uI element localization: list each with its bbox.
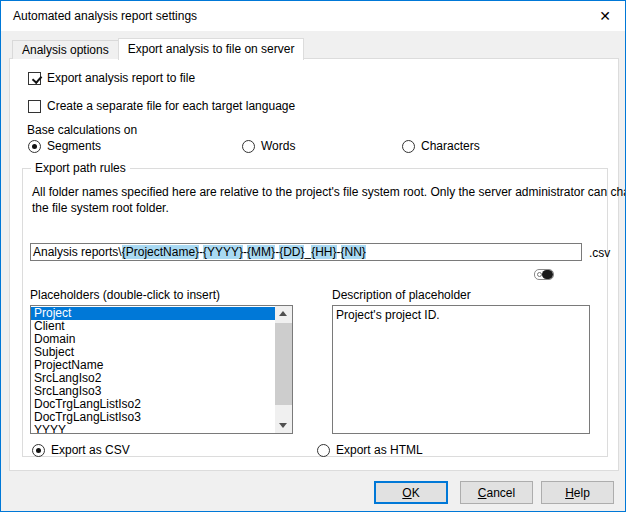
radio-characters-label: Characters (421, 139, 480, 153)
tab-strip: Analysis options Export analysis to file… (12, 37, 303, 59)
radio-characters[interactable] (402, 140, 415, 153)
export-report-checkbox-label: Export analysis report to file (47, 71, 195, 85)
separate-file-checkbox-row: Create a separate file for each target l… (28, 99, 295, 113)
tab-label: Analysis options (22, 43, 109, 57)
scroll-down-icon[interactable] (275, 417, 292, 433)
separate-file-checkbox[interactable] (28, 100, 41, 113)
list-item[interactable]: DocTrgLangListIso3 (31, 411, 275, 424)
help-button[interactable]: Help (541, 481, 614, 504)
toggle-knob (542, 270, 553, 279)
description-label: Description of placeholder (332, 288, 471, 302)
radio-export-html[interactable] (317, 444, 330, 457)
scroll-up-icon[interactable] (275, 306, 292, 322)
export-path-rules-label: Export path rules (31, 161, 130, 175)
path-text: - (337, 245, 341, 259)
cancel-button[interactable]: Cancel (460, 481, 533, 504)
radio-characters-row: Characters (402, 139, 480, 153)
tab-analysis-options[interactable]: Analysis options (12, 40, 119, 59)
radio-export-html-label: Export as HTML (336, 443, 423, 457)
placeholder-description-text: Project's project ID. (336, 308, 440, 322)
path-text: Analysis reports\ (33, 245, 122, 259)
tab-export-analysis[interactable]: Export analysis to file on server (118, 38, 305, 60)
dialog-title: Automated analysis report settings (13, 9, 197, 23)
path-placeholder-token: {HH} (311, 245, 336, 259)
export-report-checkbox[interactable] (28, 72, 41, 85)
path-placeholder-token: {ProjectName} (122, 245, 199, 259)
info-text-line1: All folder names specified here are rela… (32, 185, 626, 199)
path-placeholder-token: {DD} (279, 245, 304, 259)
toggle-switch[interactable] (534, 269, 554, 280)
list-item[interactable]: YYYY (31, 424, 275, 433)
radio-segments[interactable] (28, 140, 41, 153)
radio-export-csv-row: Export as CSV (32, 443, 130, 457)
list-scrollbar[interactable] (275, 306, 292, 433)
placeholder-list-items: ProjectClientDomainSubjectProjectNameSrc… (31, 307, 275, 433)
separate-file-checkbox-label: Create a separate file for each target l… (47, 99, 295, 113)
export-report-checkbox-row: Export analysis report to file (28, 71, 195, 85)
info-text-line2: the file system root folder. (32, 201, 169, 215)
tab-page: Export analysis report to file Create a … (9, 58, 619, 471)
scrollbar-thumb[interactable] (275, 323, 292, 405)
path-input[interactable]: Analysis reports\{ProjectName}-{YYYY}-{M… (30, 243, 582, 261)
file-extension-label: .csv (589, 246, 610, 260)
title-bar: Automated analysis report settings ✕ (1, 1, 625, 31)
tab-label: Export analysis to file on server (128, 42, 295, 56)
radio-words[interactable] (242, 140, 255, 153)
radio-export-csv-label: Export as CSV (51, 443, 130, 457)
path-placeholder-token: {YYYY} (203, 245, 243, 259)
placeholder-list[interactable]: ProjectClientDomainSubjectProjectNameSrc… (30, 305, 293, 434)
radio-segments-row: Segments (28, 139, 101, 153)
ok-button[interactable]: OK (374, 481, 448, 504)
placeholders-label: Placeholders (double-click to insert) (30, 288, 220, 302)
radio-export-csv[interactable] (32, 444, 45, 457)
radio-segments-label: Segments (47, 139, 101, 153)
radio-export-html-row: Export as HTML (317, 443, 423, 457)
base-calculations-label: Base calculations on (27, 123, 137, 137)
radio-words-row: Words (242, 139, 295, 153)
radio-words-label: Words (261, 139, 295, 153)
dialog-window: Automated analysis report settings ✕ Ana… (0, 0, 626, 512)
path-placeholder-token: {NN} (341, 245, 366, 259)
path-placeholder-token: {MM} (247, 245, 275, 259)
close-icon[interactable]: ✕ (591, 5, 619, 27)
placeholder-description-box[interactable]: Project's project ID. (332, 305, 590, 434)
list-item[interactable]: Project (31, 307, 275, 320)
